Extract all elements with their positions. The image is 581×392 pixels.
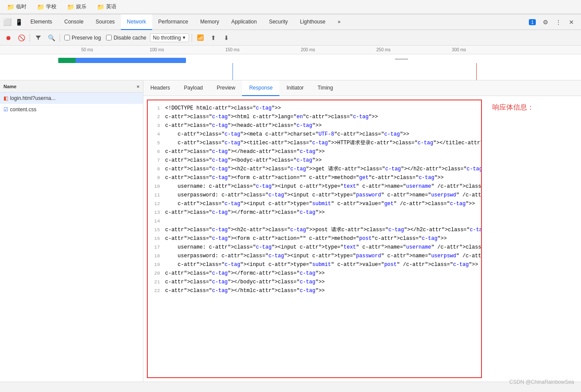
- bookmark-label-3: 娱乐: [76, 3, 86, 10]
- disable-cache-label[interactable]: Disable cache: [106, 35, 146, 41]
- line-number: 15: [148, 226, 165, 234]
- preserve-log-checkbox[interactable]: [64, 35, 70, 40]
- disable-cache-checkbox[interactable]: [106, 35, 112, 40]
- line-number: 18: [148, 252, 165, 260]
- timeline-mark-300: 300 ms: [452, 47, 466, 52]
- code-line: 2c-attr">class="c-tag"><html c-attr">lan…: [148, 113, 481, 121]
- upload-icon[interactable]: ⬆: [208, 32, 219, 43]
- tab-memory[interactable]: Memory: [194, 14, 225, 30]
- file-item-html[interactable]: ◧ login.html?userna...: [0, 93, 143, 104]
- line-number: 16: [148, 234, 165, 243]
- line-content: userpassword: c-attr">class="c-tag"><inp…: [165, 191, 481, 199]
- download-icon[interactable]: ⬇: [221, 32, 232, 43]
- bookmark-folder-4[interactable]: 📁 英语: [93, 2, 120, 12]
- line-number: 4: [148, 130, 165, 139]
- code-panel[interactable]: 1<!DOCTYPE htmlc-attr">class="c-tag">>2c…: [148, 100, 481, 299]
- timeline-mark-250: 250 ms: [376, 47, 391, 52]
- tab-performance[interactable]: Performance: [152, 14, 194, 30]
- code-line: 14: [148, 217, 481, 226]
- tab-security[interactable]: Security: [263, 14, 294, 30]
- settings-icon[interactable]: ⚙: [539, 16, 551, 28]
- code-line: 4 c-attr">class="c-tag"><meta c-attr">ch…: [148, 130, 481, 139]
- dock-icon[interactable]: ⬜: [2, 17, 13, 28]
- code-line: 19 c-attr">class="c-tag"><input c-attr">…: [148, 260, 481, 269]
- folder-icon-2: 📁: [37, 3, 44, 10]
- tab-sources[interactable]: Sources: [90, 14, 121, 30]
- line-content: c-attr">class="c-tag"></formc-attr">clas…: [165, 208, 481, 217]
- line-number: 3: [148, 121, 165, 130]
- tab-console[interactable]: Console: [58, 14, 90, 30]
- tab-headers[interactable]: Headers: [143, 80, 177, 96]
- line-content: c-attr">class="c-tag"><bodyc-attr">class…: [165, 156, 481, 165]
- bookmark-folder-2[interactable]: 📁 学校: [33, 2, 60, 12]
- wifi-icon[interactable]: 📶: [195, 32, 206, 43]
- toolbar-divider-3: [192, 34, 192, 42]
- file-list: Name × ◧ login.html?userna... ☑ content.…: [0, 80, 143, 382]
- tab-elements[interactable]: Elements: [24, 14, 58, 30]
- timeline-content: [0, 54, 581, 80]
- bookmark-folder-3[interactable]: 📁 娱乐: [63, 2, 90, 12]
- line-number: 12: [148, 199, 165, 208]
- notification-button[interactable]: 1: [526, 16, 538, 28]
- tab-initiator[interactable]: Initiator: [279, 80, 310, 96]
- code-line: 7c-attr">class="c-tag"><bodyc-attr">clas…: [148, 156, 481, 165]
- code-line: 12 c-attr">class="c-tag"><input c-attr">…: [148, 199, 481, 208]
- code-line: 21c-attr">class="c-tag"></bodyc-attr">cl…: [148, 278, 481, 286]
- response-code-box: 1<!DOCTYPE htmlc-attr">class="c-tag">>2c…: [147, 100, 482, 378]
- timeline-bar-green: [58, 58, 76, 63]
- throttle-dropdown[interactable]: No throttling ▼: [150, 33, 189, 42]
- bookmark-folder-1[interactable]: 📁 临时: [3, 2, 30, 12]
- timeline-gray-line: [395, 59, 408, 60]
- code-line: 10 username: c-attr">class="c-tag"><inpu…: [148, 182, 481, 191]
- line-number: 22: [148, 286, 165, 295]
- line-number: 8: [148, 165, 165, 173]
- code-line: 18 userpassword: c-attr">class="c-tag"><…: [148, 252, 481, 260]
- code-line: 22c-attr">class="c-tag"></htmlc-attr">cl…: [148, 286, 481, 295]
- line-number: 17: [148, 243, 165, 252]
- code-line: 15c-attr">class="c-tag"><h2c-attr">class…: [148, 226, 481, 234]
- clear-button[interactable]: 🚫: [16, 32, 27, 43]
- bottom-bar: CSDN @ChinaRainbowSea: [0, 382, 581, 392]
- close-devtools-icon[interactable]: ✕: [565, 16, 578, 28]
- close-file-list-icon[interactable]: ×: [137, 84, 139, 89]
- more-options-icon[interactable]: ⋮: [552, 16, 564, 28]
- preserve-log-label[interactable]: Preserve log: [64, 35, 101, 41]
- tab-application[interactable]: Application: [225, 14, 263, 30]
- line-content: userpassword: c-attr">class="c-tag"><inp…: [165, 252, 481, 260]
- devtools-tab-icons: 1 ⚙ ⋮ ✕: [526, 16, 579, 28]
- line-number: 11: [148, 191, 165, 199]
- timeline-mark-100: 100 ms: [150, 47, 164, 52]
- timeline-mark-150: 150 ms: [225, 47, 239, 52]
- record-button[interactable]: ⏺: [3, 32, 14, 43]
- line-content: c-attr">class="c-tag"><input c-attr">typ…: [165, 199, 481, 208]
- search-icon[interactable]: 🔍: [46, 32, 57, 43]
- code-line: 9c-attr">class="c-tag"><form c-attr">act…: [148, 173, 481, 182]
- tab-timing[interactable]: Timing: [311, 80, 340, 96]
- html-file-icon: ◧: [3, 95, 8, 101]
- timeline-area[interactable]: 50 ms 100 ms 150 ms 200 ms 250 ms 300 ms: [0, 46, 581, 80]
- line-number: 2: [148, 113, 165, 121]
- bookmarks-bar: 📁 临时 📁 学校 📁 娱乐 📁 英语: [0, 0, 581, 14]
- line-number: 14: [148, 217, 165, 226]
- tab-network[interactable]: Network: [121, 14, 152, 30]
- code-line: 6c-attr">class="c-tag"></headc-attr">cla…: [148, 147, 481, 156]
- code-line: 5 c-attr">class="c-tag"><titlec-attr">cl…: [148, 139, 481, 147]
- bookmark-label-1: 临时: [16, 3, 27, 10]
- device-icon[interactable]: 📱: [13, 17, 24, 28]
- filter-icon[interactable]: [33, 32, 44, 43]
- code-line: 8c-attr">class="c-tag"><h2c-attr">class=…: [148, 165, 481, 173]
- tab-preview[interactable]: Preview: [210, 80, 242, 96]
- timeline-mark-50: 50 ms: [81, 47, 93, 52]
- file-item-css[interactable]: ☑ content.css: [0, 104, 143, 115]
- line-number: 21: [148, 278, 165, 286]
- tab-payload[interactable]: Payload: [177, 80, 209, 96]
- line-content: c-attr">class="c-tag"><meta c-attr">char…: [165, 130, 481, 139]
- line-number: 5: [148, 139, 165, 147]
- tab-response[interactable]: Response: [242, 80, 279, 96]
- line-number: 1: [148, 104, 165, 113]
- tab-more[interactable]: »: [332, 14, 347, 30]
- line-content: c-attr">class="c-tag"></htmlc-attr">clas…: [165, 286, 481, 295]
- line-content: c-attr">class="c-tag"></formc-attr">clas…: [165, 269, 481, 278]
- file-list-header: Name ×: [0, 80, 143, 93]
- tab-lighthouse[interactable]: Lighthouse: [294, 14, 332, 30]
